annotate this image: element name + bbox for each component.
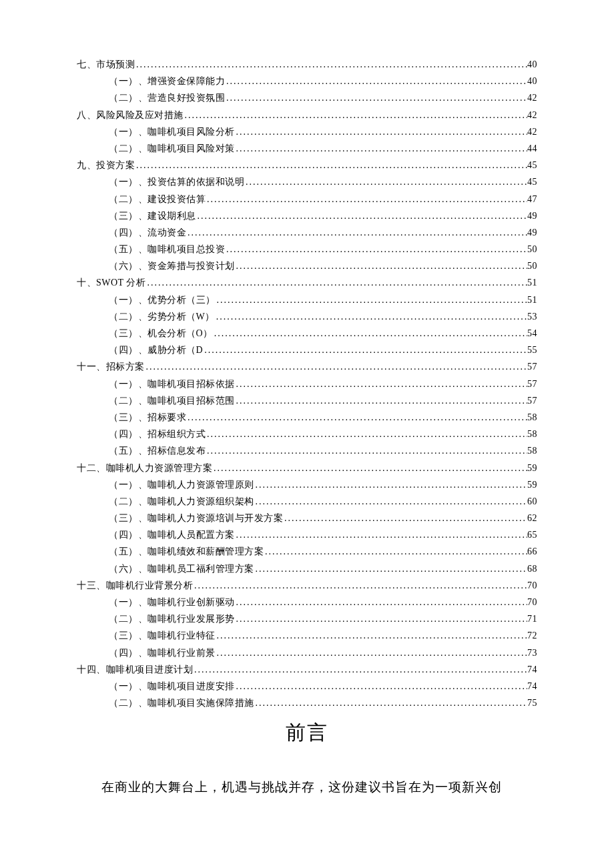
toc-leader-dots	[235, 530, 528, 540]
toc-entry-label: （四）、流动资金	[109, 228, 186, 238]
toc-entry-page: 58	[527, 446, 537, 456]
toc-entry: （二）、咖啡机项目实施保障措施75	[77, 699, 537, 708]
toc-entry: （二）、咖啡机项目风险对策44	[77, 144, 537, 153]
toc-entry-label: （二）、咖啡机人力资源组织架构	[109, 497, 254, 506]
toc-entry-label: （四）、咖啡机行业前景	[109, 648, 216, 658]
toc-entry: （四）、咖啡机人员配置方案65	[77, 530, 537, 540]
toc-leader-dots	[254, 480, 528, 490]
toc-entry-page: 59	[527, 480, 537, 490]
section-heading: 前言	[77, 723, 537, 743]
toc-entry: （一）、增强资金保障能力40	[77, 77, 537, 86]
toc-entry-label: （五）、咖啡机项目总投资	[109, 245, 225, 254]
toc-leader-dots	[235, 598, 528, 607]
toc-leader-dots	[225, 245, 527, 254]
toc-entry-label: （四）、威胁分析（D	[109, 346, 203, 355]
toc-entry: （一）、投资估算的依据和说明45	[77, 177, 537, 187]
toc-entry-label: （一）、咖啡机项目风险分析	[109, 127, 235, 137]
toc-entry-label: （六）、资金筹措与投资计划	[109, 262, 235, 271]
toc-leader-dots	[254, 699, 528, 708]
toc-entry: （四）、流动资金49	[77, 228, 537, 238]
toc-entry-label: （二）、咖啡机项目招标范围	[109, 396, 235, 406]
toc-leader-dots	[264, 547, 527, 556]
toc-entry-page: 74	[527, 682, 537, 691]
toc-entry-page: 71	[527, 614, 537, 624]
toc-entry-page: 42	[527, 111, 537, 120]
toc-entry-page: 62	[527, 514, 537, 523]
toc-entry-label: （二）、建设投资估算	[109, 195, 206, 204]
toc-entry-label: 八、风险风险及应对措施	[77, 111, 184, 120]
toc-entry: 九、投资方案45	[77, 161, 537, 170]
toc-entry: （二）、咖啡机行业发展形势71	[77, 614, 537, 624]
toc-entry-label: 十四、咖啡机项目进度计划	[77, 665, 193, 675]
toc-leader-dots	[235, 614, 528, 624]
toc-entry: （三）、咖啡机行业特征72	[77, 631, 537, 640]
toc-entry-label: （三）、咖啡机行业特征	[109, 631, 216, 640]
toc-leader-dots	[203, 346, 527, 355]
toc-leader-dots	[193, 581, 527, 590]
toc-entry: （四）、威胁分析（D55	[77, 346, 537, 355]
toc-entry-page: 58	[527, 413, 537, 422]
toc-entry: （三）、机会分析（O）54	[77, 329, 537, 338]
toc-entry: （六）、资金筹措与投资计划50	[77, 262, 537, 271]
toc-entry: （六）、咖啡机员工福利管理方案68	[77, 564, 537, 574]
toc-entry-page: 50	[527, 262, 537, 271]
toc-entry-page: 42	[527, 93, 537, 103]
toc-leader-dots	[235, 396, 528, 406]
toc-leader-dots	[145, 278, 527, 288]
toc-entry-label: （三）、招标要求	[109, 413, 186, 422]
toc-entry: 七、市场预测40	[77, 60, 537, 69]
toc-entry-page: 68	[527, 564, 537, 574]
toc-leader-dots	[184, 111, 528, 120]
toc-entry-label: （五）、咖啡机绩效和薪酬管理方案	[109, 547, 264, 556]
toc-leader-dots	[244, 177, 527, 187]
toc-entry-page: 65	[527, 530, 537, 540]
toc-leader-dots	[196, 211, 528, 221]
toc-entry-label: （四）、咖啡机人员配置方案	[109, 530, 235, 540]
toc-leader-dots	[254, 564, 528, 574]
toc-entry: （二）、咖啡机项目招标范围57	[77, 396, 537, 406]
toc-entry-page: 57	[527, 396, 537, 406]
toc-entry-page: 75	[527, 699, 537, 708]
toc-leader-dots	[135, 60, 527, 69]
toc-entry: （三）、招标要求58	[77, 413, 537, 422]
toc-entry-label: 九、投资方案	[77, 161, 135, 170]
toc-leader-dots	[206, 195, 527, 204]
toc-leader-dots	[254, 497, 528, 506]
toc-entry: （一）、咖啡机项目招标依据57	[77, 380, 537, 389]
toc-leader-dots	[235, 127, 528, 137]
toc-entry: （五）、咖啡机项目总投资50	[77, 245, 537, 254]
toc-entry-page: 60	[527, 497, 537, 506]
toc-entry-label: （二）、咖啡机项目风险对策	[109, 144, 235, 153]
toc-leader-dots	[225, 77, 527, 86]
toc-leader-dots	[186, 228, 527, 238]
toc-leader-dots	[235, 144, 528, 153]
toc-entry-label: （二）、营造良好投资氛围	[109, 93, 225, 103]
toc-entry-page: 58	[527, 430, 537, 439]
toc-entry: 十一、招标方案57	[77, 362, 537, 372]
toc-entry-label: （二）、劣势分析（W）	[109, 312, 215, 322]
body-paragraph: 在商业的大舞台上，机遇与挑战并存，这份建议书旨在为一项新兴创	[77, 775, 537, 801]
toc-entry-page: 40	[527, 77, 537, 86]
toc-entry-page: 42	[527, 127, 537, 137]
toc-leader-dots	[135, 161, 527, 170]
toc-entry-label: （六）、咖啡机员工福利管理方案	[109, 564, 254, 574]
toc-entry-page: 72	[527, 631, 537, 640]
toc-entry-label: 十二、咖啡机人力资源管理方案	[77, 464, 212, 473]
toc-entry-label: （一）、咖啡机行业创新驱动	[109, 598, 235, 607]
toc-entry-label: （四）、招标组织方式	[109, 430, 206, 439]
toc-leader-dots	[212, 464, 527, 473]
toc-entry-page: 57	[527, 380, 537, 389]
toc-entry-page: 54	[527, 329, 537, 338]
toc-entry-page: 70	[527, 581, 537, 590]
toc-entry: （二）、营造良好投资氛围42	[77, 93, 537, 103]
table-of-contents: 七、市场预测40（一）、增强资金保障能力40（二）、营造良好投资氛围42八、风险…	[77, 60, 537, 708]
toc-entry-label: 十三、咖啡机行业背景分析	[77, 581, 193, 590]
toc-entry-page: 51	[527, 296, 537, 305]
toc-entry-page: 40	[527, 60, 537, 69]
toc-entry: （二）、建设投资估算47	[77, 195, 537, 204]
toc-entry-page: 45	[527, 177, 537, 187]
toc-entry-label: （一）、投资估算的依据和说明	[109, 177, 244, 187]
toc-leader-dots	[235, 682, 528, 691]
toc-leader-dots	[216, 296, 528, 305]
toc-entry-label: 十一、招标方案	[77, 362, 145, 372]
